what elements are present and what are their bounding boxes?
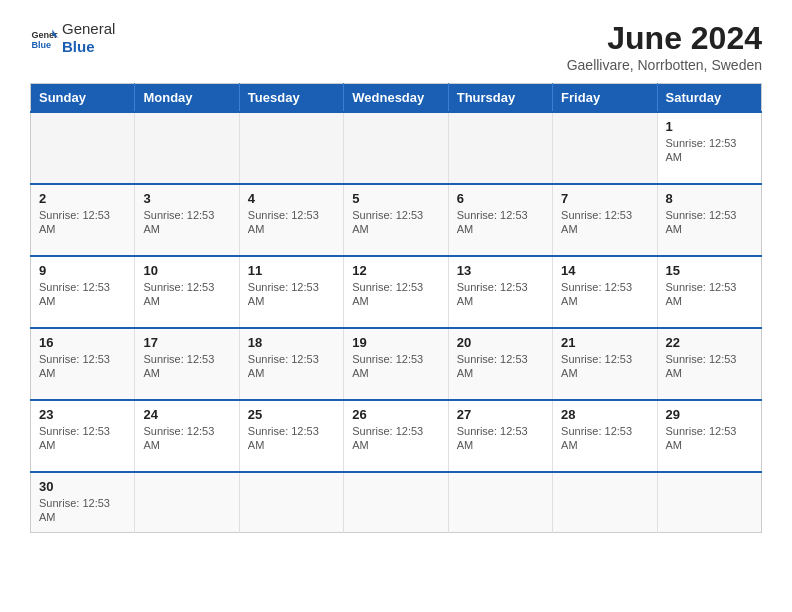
- calendar-day-cell: 18Sunrise: 12:53 AM: [239, 328, 343, 400]
- logo-icon: General Blue: [30, 24, 58, 52]
- calendar-day-cell: 4Sunrise: 12:53 AM: [239, 184, 343, 256]
- day-sunrise-info: Sunrise: 12:53 AM: [457, 425, 528, 451]
- day-sunrise-info: Sunrise: 12:53 AM: [457, 353, 528, 379]
- calendar-subtitle: Gaellivare, Norrbotten, Sweden: [567, 57, 762, 73]
- day-sunrise-info: Sunrise: 12:53 AM: [457, 281, 528, 307]
- day-number: 26: [352, 407, 439, 422]
- calendar-day-cell: [31, 112, 135, 184]
- calendar-day-cell: 9Sunrise: 12:53 AM: [31, 256, 135, 328]
- day-number: 10: [143, 263, 230, 278]
- day-sunrise-info: Sunrise: 12:53 AM: [143, 353, 214, 379]
- calendar-day-cell: [657, 472, 761, 532]
- day-sunrise-info: Sunrise: 12:53 AM: [143, 425, 214, 451]
- calendar-day-cell: 7Sunrise: 12:53 AM: [553, 184, 657, 256]
- calendar-day-cell: [344, 112, 448, 184]
- calendar-day-cell: 28Sunrise: 12:53 AM: [553, 400, 657, 472]
- day-number: 19: [352, 335, 439, 350]
- day-number: 3: [143, 191, 230, 206]
- calendar-day-cell: 15Sunrise: 12:53 AM: [657, 256, 761, 328]
- calendar-week-row: 16Sunrise: 12:53 AM17Sunrise: 12:53 AM18…: [31, 328, 762, 400]
- day-sunrise-info: Sunrise: 12:53 AM: [248, 281, 319, 307]
- calendar-day-cell: [448, 112, 552, 184]
- calendar-day-cell: 27Sunrise: 12:53 AM: [448, 400, 552, 472]
- day-sunrise-info: Sunrise: 12:53 AM: [561, 425, 632, 451]
- day-sunrise-info: Sunrise: 12:53 AM: [561, 209, 632, 235]
- day-sunrise-info: Sunrise: 12:53 AM: [666, 353, 737, 379]
- calendar-day-cell: 8Sunrise: 12:53 AM: [657, 184, 761, 256]
- day-number: 30: [39, 479, 126, 494]
- calendar-week-row: 1Sunrise: 12:53 AM: [31, 112, 762, 184]
- day-number: 24: [143, 407, 230, 422]
- day-sunrise-info: Sunrise: 12:53 AM: [352, 209, 423, 235]
- calendar-title: June 2024: [567, 20, 762, 57]
- day-number: 22: [666, 335, 753, 350]
- header: General Blue General Blue June 2024 Gael…: [30, 20, 762, 73]
- day-sunrise-info: Sunrise: 12:53 AM: [561, 281, 632, 307]
- day-number: 5: [352, 191, 439, 206]
- calendar-day-cell: 11Sunrise: 12:53 AM: [239, 256, 343, 328]
- calendar-day-cell: [448, 472, 552, 532]
- calendar-day-cell: [135, 472, 239, 532]
- calendar-day-cell: 6Sunrise: 12:53 AM: [448, 184, 552, 256]
- day-sunrise-info: Sunrise: 12:53 AM: [666, 281, 737, 307]
- day-number: 12: [352, 263, 439, 278]
- day-number: 9: [39, 263, 126, 278]
- day-header-tuesday: Tuesday: [239, 84, 343, 113]
- day-sunrise-info: Sunrise: 12:53 AM: [352, 425, 423, 451]
- day-number: 21: [561, 335, 648, 350]
- calendar-day-cell: 3Sunrise: 12:53 AM: [135, 184, 239, 256]
- day-header-saturday: Saturday: [657, 84, 761, 113]
- day-sunrise-info: Sunrise: 12:53 AM: [39, 281, 110, 307]
- day-sunrise-info: Sunrise: 12:53 AM: [39, 209, 110, 235]
- calendar-day-cell: 20Sunrise: 12:53 AM: [448, 328, 552, 400]
- day-number: 18: [248, 335, 335, 350]
- day-number: 1: [666, 119, 753, 134]
- calendar-day-cell: 17Sunrise: 12:53 AM: [135, 328, 239, 400]
- day-number: 27: [457, 407, 544, 422]
- day-sunrise-info: Sunrise: 12:53 AM: [143, 281, 214, 307]
- title-area: June 2024 Gaellivare, Norrbotten, Sweden: [567, 20, 762, 73]
- day-header-sunday: Sunday: [31, 84, 135, 113]
- day-sunrise-info: Sunrise: 12:53 AM: [666, 209, 737, 235]
- calendar-day-cell: [135, 112, 239, 184]
- day-sunrise-info: Sunrise: 12:53 AM: [248, 353, 319, 379]
- calendar-day-cell: 2Sunrise: 12:53 AM: [31, 184, 135, 256]
- logo: General Blue General Blue: [30, 20, 115, 56]
- day-number: 15: [666, 263, 753, 278]
- day-sunrise-info: Sunrise: 12:53 AM: [561, 353, 632, 379]
- day-sunrise-info: Sunrise: 12:53 AM: [666, 137, 737, 163]
- calendar-week-row: 2Sunrise: 12:53 AM3Sunrise: 12:53 AM4Sun…: [31, 184, 762, 256]
- calendar-week-row: 23Sunrise: 12:53 AM24Sunrise: 12:53 AM25…: [31, 400, 762, 472]
- svg-text:Blue: Blue: [31, 40, 51, 50]
- day-number: 23: [39, 407, 126, 422]
- day-sunrise-info: Sunrise: 12:53 AM: [39, 353, 110, 379]
- logo-general-text: General: [62, 20, 115, 38]
- day-sunrise-info: Sunrise: 12:53 AM: [39, 497, 110, 523]
- calendar-day-cell: 21Sunrise: 12:53 AM: [553, 328, 657, 400]
- day-number: 17: [143, 335, 230, 350]
- day-sunrise-info: Sunrise: 12:53 AM: [352, 281, 423, 307]
- day-number: 7: [561, 191, 648, 206]
- day-sunrise-info: Sunrise: 12:53 AM: [457, 209, 528, 235]
- calendar-day-cell: [239, 472, 343, 532]
- calendar-day-cell: 13Sunrise: 12:53 AM: [448, 256, 552, 328]
- day-header-friday: Friday: [553, 84, 657, 113]
- calendar-day-cell: 12Sunrise: 12:53 AM: [344, 256, 448, 328]
- calendar-week-row: 30Sunrise: 12:53 AM: [31, 472, 762, 532]
- day-number: 16: [39, 335, 126, 350]
- day-number: 14: [561, 263, 648, 278]
- day-number: 2: [39, 191, 126, 206]
- calendar-day-cell: 16Sunrise: 12:53 AM: [31, 328, 135, 400]
- calendar-table: SundayMondayTuesdayWednesdayThursdayFrid…: [30, 83, 762, 533]
- calendar-day-cell: 1Sunrise: 12:53 AM: [657, 112, 761, 184]
- calendar-day-cell: [344, 472, 448, 532]
- calendar-day-cell: [239, 112, 343, 184]
- calendar-day-cell: 5Sunrise: 12:53 AM: [344, 184, 448, 256]
- day-sunrise-info: Sunrise: 12:53 AM: [666, 425, 737, 451]
- day-sunrise-info: Sunrise: 12:53 AM: [39, 425, 110, 451]
- day-number: 6: [457, 191, 544, 206]
- day-number: 25: [248, 407, 335, 422]
- day-number: 28: [561, 407, 648, 422]
- calendar-day-cell: 22Sunrise: 12:53 AM: [657, 328, 761, 400]
- day-sunrise-info: Sunrise: 12:53 AM: [143, 209, 214, 235]
